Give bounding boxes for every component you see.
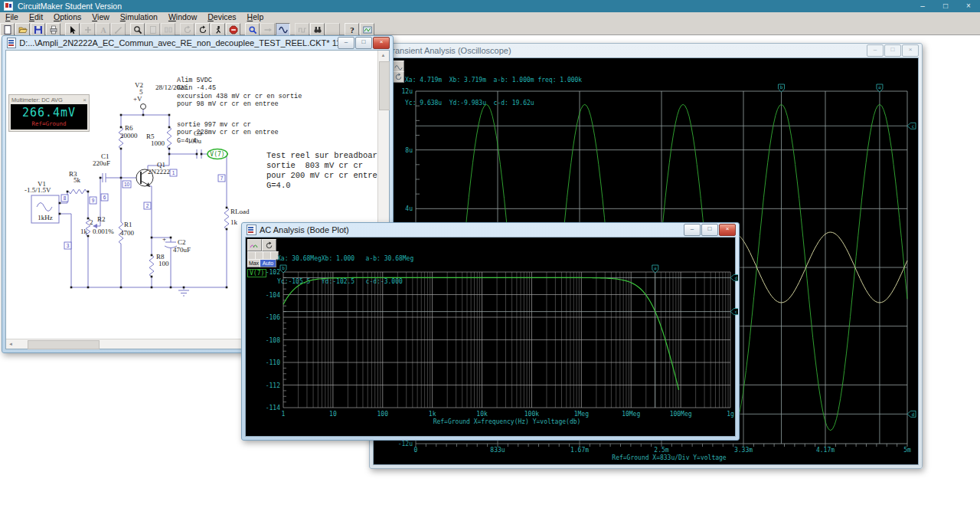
v1-frequency: 1kHz [38,214,53,221]
menu-item-file[interactable]: File [0,12,24,22]
schematic-maximize-button[interactable]: □ [355,37,372,49]
svg-text:1Meg: 1Meg [574,411,589,418]
bode-cursor-a-flag[interactable]: a [652,265,658,273]
toolbar-plus-icon[interactable] [80,23,95,36]
toolbar-reset-icon[interactable] [195,23,210,36]
app-minimize-button[interactable]: – [911,0,934,12]
svg-text:?: ? [350,25,354,34]
menu-item-help[interactable]: Help [242,12,270,22]
toolbar-waveforms-icon[interactable] [276,23,290,36]
toolbar-run-icon[interactable] [211,23,225,36]
multimeter-panel[interactable]: Multimeter: DC AVG × 266.4mV Ref=Ground [8,94,90,132]
node-label-6: 6 [101,194,108,201]
svg-text:9: 9 [92,198,95,203]
scroll-left-icon[interactable]: ◄ [6,339,15,349]
toolbar-text-tool-icon[interactable]: A [96,23,110,36]
bode-cursor-b-flag[interactable]: b [280,265,286,273]
junction-dots [59,114,228,289]
scope-cursor-d-flag[interactable]: d [907,411,916,417]
menu-item-view[interactable]: View [87,12,115,22]
vertical-scroll-thumb[interactable] [379,61,390,110]
scope-cursor-b-flag[interactable]: b [779,84,785,92]
horizontal-scroll-thumb[interactable] [28,340,100,349]
schematic-titlebar[interactable]: D:...\Ampli_2N2222A_EC_Commun_avec_RE_no… [2,36,393,50]
svg-text:833u: 833u [490,447,505,454]
menu-item-edit[interactable]: Edit [24,12,48,22]
toolbar-cursor-icon[interactable] [65,23,80,36]
toolbar-zoom-icon[interactable] [130,23,145,36]
wire-tool-icon [114,25,123,34]
multimeter-value: 266.4mV [11,106,87,120]
schematic-close-button[interactable]: × [373,37,390,49]
svg-text:-106: -106 [266,314,280,321]
bode-chart[interactable]: -102-104-106-108-110-112-1141101001k10k1… [246,238,738,439]
menu-item-simulation[interactable]: Simulation [115,12,163,22]
search-icon [313,25,322,34]
toolbar-save-icon[interactable] [31,23,45,36]
toolbar-digital-icon[interactable] [295,23,309,36]
bode-cursor-c-flag[interactable]: c [730,309,738,315]
menu-item-devices[interactable]: Devices [202,12,241,22]
multimeter-titlebar[interactable]: Multimeter: DC AVG × [9,95,89,104]
probe-label: V(7) [210,151,224,158]
bode-titlebar[interactable]: AC Analysis (Bode Plot) – □ × [242,223,739,237]
oscilloscope-close-button[interactable]: × [902,44,919,57]
scope-cursor-c-flag[interactable]: c [907,123,916,129]
bode-close-button[interactable]: × [719,224,736,236]
scroll-up-icon[interactable]: ▲ [378,51,388,60]
r2-tolerance: 0.001% [93,228,114,235]
toolbar-page-icon[interactable] [145,23,160,36]
cursor-icon [68,25,77,34]
toolbar-search-icon[interactable] [310,23,325,36]
oscilloscope-titlebar[interactable]: Transient Analysis (Oscilloscope) – □ × [370,44,922,57]
toolbar-scope-icon[interactable] [360,23,374,36]
svg-text:3: 3 [67,243,70,248]
svg-text:-114: -114 [266,405,280,411]
page-icon [149,25,158,34]
svg-text:1: 1 [282,411,286,418]
bode-plot-area[interactable]: Max Auto Xa: 30.68MegXb: 1.000 a-b: 30.6… [245,237,736,437]
toolbar-blank-icon[interactable] [325,23,340,36]
bode-cursor-d-flag[interactable]: d [730,274,738,280]
svg-text:1g: 1g [727,411,734,418]
new-icon [3,25,12,34]
svg-text:10: 10 [124,182,130,187]
toolbar-split-icon[interactable] [161,23,175,36]
svg-text:6: 6 [103,195,106,200]
r3-value: 5k [74,176,81,184]
oscilloscope-minimize-button[interactable]: – [867,44,884,57]
app-restore-button[interactable]: □ [934,0,957,12]
bode-plot-window[interactable]: AC Analysis (Bode Plot) – □ × Max Auto X… [241,222,740,441]
step-icon [263,25,273,34]
svg-text:1k: 1k [429,411,436,418]
svg-text:100: 100 [377,411,389,418]
schematic-minimize-button[interactable]: – [338,37,354,49]
toolbar-refresh-icon[interactable] [180,23,194,36]
toolbar-new-icon[interactable] [0,23,15,36]
scope-cursor-a-flag[interactable]: a [877,84,883,92]
toolbar-print-icon[interactable] [46,23,60,36]
toolbar-help-icon[interactable]: ? [345,23,359,36]
svg-text:2: 2 [146,203,149,208]
app-close-button[interactable]: × [957,0,980,12]
svg-text:4u: 4u [405,205,413,212]
bode-minimize-button[interactable]: – [684,224,701,236]
toolbar-wire-tool-icon[interactable] [111,23,126,36]
toolbar-probe-icon[interactable] [245,23,260,36]
bode-maximize-button[interactable]: □ [701,224,718,236]
c2-label: C2 [178,238,186,246]
oscilloscope-maximize-button[interactable]: □ [884,44,901,57]
print-icon [49,25,58,34]
svg-text:A: A [100,25,106,34]
menu-item-window[interactable]: Window [163,12,202,22]
svg-text:7: 7 [220,175,224,181]
toolbar-step-icon[interactable] [260,23,275,36]
svg-text:2.5m: 2.5m [654,447,668,454]
toolbar-stop-icon[interactable] [226,23,240,36]
app-title: CircuitMaker Student Version [18,2,122,11]
multimeter-title: Multimeter: DC AVG [11,97,63,103]
menu-item-options[interactable]: Options [48,12,87,22]
toolbar-open-icon[interactable] [15,23,30,36]
svg-text:Ref=Ground X=833u/Div Y=volta: Ref=Ground X=833u/Div Y=voltage [612,454,726,461]
multimeter-close-icon[interactable]: × [83,97,87,103]
